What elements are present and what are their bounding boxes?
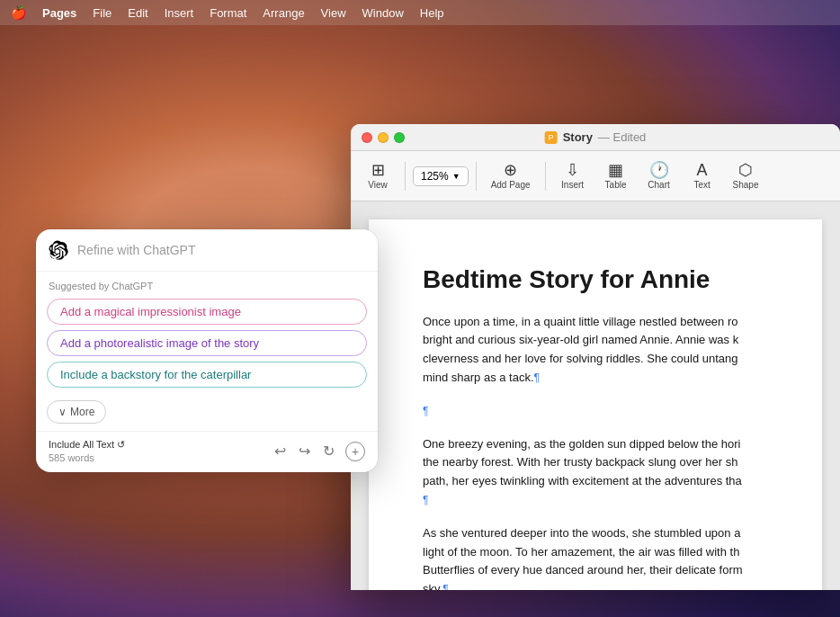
view-icon: ⊞	[371, 162, 385, 178]
document-content: Bedtime Story for Annie Once upon a time…	[351, 201, 840, 590]
menubar-insert[interactable]: Insert	[165, 6, 194, 20]
suggestions-label: Suggested by ChatGPT	[47, 281, 367, 291]
zoom-value: 125%	[421, 170, 449, 183]
text-button[interactable]: A Text	[683, 158, 722, 193]
apple-menu[interactable]: 🍎	[11, 5, 26, 20]
chart-icon: 🕐	[649, 162, 669, 178]
chatgpt-logo-icon	[49, 240, 68, 260]
refresh-button[interactable]: ↻	[321, 441, 336, 461]
toolbar-separator-1	[405, 162, 406, 191]
menubar-arrange[interactable]: Arrange	[263, 6, 304, 20]
chevron-down-icon: ∨	[58, 406, 67, 418]
view-label: View	[368, 180, 388, 190]
insert-label: Insert	[561, 180, 584, 190]
word-count: 585 words	[49, 452, 125, 463]
insert-icon: ⇩	[566, 162, 579, 178]
shape-icon: ⬡	[738, 162, 753, 178]
paragraph-3: As she ventured deeper into the woods, s…	[423, 524, 768, 590]
shape-label: Shape	[733, 180, 759, 190]
menubar-format[interactable]: Format	[210, 6, 246, 20]
add-button[interactable]: +	[345, 442, 365, 461]
document-icon: P	[545, 131, 558, 144]
zoom-chevron-icon: ▼	[452, 172, 460, 181]
suggestion-chip-1[interactable]: Add a photorealistic image of the story	[47, 330, 367, 356]
document-page: Bedtime Story for Annie Once upon a time…	[369, 219, 822, 590]
add-page-icon: ⊕	[504, 162, 517, 178]
window-title: P Story — Edited	[545, 130, 647, 144]
view-button[interactable]: ⊞ View	[358, 158, 398, 193]
redo-button[interactable]: ↪	[297, 441, 312, 461]
menubar-file[interactable]: File	[93, 6, 112, 20]
document-title: Bedtime Story for Annie	[423, 264, 768, 295]
chatgpt-input-area	[36, 229, 378, 272]
menubar-help[interactable]: Help	[420, 6, 444, 20]
chart-button[interactable]: 🕐 Chart	[639, 158, 679, 193]
toolbar-separator-2	[476, 162, 477, 191]
footer-actions: ↩ ↪ ↻ +	[273, 441, 365, 461]
menubar-window[interactable]: Window	[362, 6, 404, 20]
add-page-button[interactable]: ⊕ Add Page	[484, 158, 538, 193]
document-status: — Edited	[598, 130, 647, 144]
chatgpt-panel: Suggested by ChatGPT Add a magical impre…	[36, 229, 378, 472]
undo-button[interactable]: ↩	[273, 441, 288, 461]
close-button[interactable]	[362, 132, 372, 143]
pilcrow-1: ¶	[423, 402, 768, 421]
table-label: Table	[605, 180, 627, 190]
menubar: 🍎 Pages File Edit Insert Format Arrange …	[0, 0, 840, 25]
shape-button[interactable]: ⬡ Shape	[726, 158, 766, 193]
suggestions-section: Suggested by ChatGPT Add a magical impre…	[36, 272, 378, 398]
add-page-label: Add Page	[491, 180, 531, 190]
text-label: Text	[693, 180, 710, 190]
menubar-edit[interactable]: Edit	[128, 6, 147, 20]
more-label: More	[70, 406, 94, 418]
chart-label: Chart	[648, 180, 669, 190]
chatgpt-refine-input[interactable]	[77, 243, 365, 257]
menubar-view[interactable]: View	[321, 6, 346, 20]
window-titlebar: P Story — Edited	[351, 124, 840, 151]
text-icon: A	[697, 162, 708, 178]
more-suggestions-button[interactable]: ∨ More	[47, 400, 106, 424]
footer-info: Include All Text ↺ 585 words	[49, 439, 125, 463]
document-name: Story	[563, 130, 593, 144]
paragraph-2: One breezy evening, as the golden sun di…	[423, 435, 768, 510]
minimize-button[interactable]	[378, 132, 389, 143]
zoom-control[interactable]: 125% ▼	[413, 166, 469, 186]
insert-button[interactable]: ⇩ Insert	[553, 158, 593, 193]
fullscreen-button[interactable]	[394, 132, 405, 143]
menubar-pages[interactable]: Pages	[42, 6, 76, 20]
paragraph-1: Once upon a time, in a quaint little vil…	[423, 313, 768, 388]
table-button[interactable]: ▦ Table	[596, 158, 636, 193]
traffic-lights	[362, 132, 405, 143]
table-icon: ▦	[608, 162, 623, 178]
toolbar: ⊞ View 125% ▼ ⊕ Add Page ⇩ Insert ▦ Tabl…	[351, 151, 840, 201]
suggestion-chip-2[interactable]: Include a backstory for the caterpillar	[47, 362, 367, 388]
include-all-text[interactable]: Include All Text ↺	[49, 439, 125, 451]
suggestion-chip-0[interactable]: Add a magical impressionist image	[47, 299, 367, 325]
toolbar-separator-3	[545, 162, 546, 191]
panel-footer: Include All Text ↺ 585 words ↩ ↪ ↻ +	[36, 431, 378, 472]
pages-window: P Story — Edited ⊞ View 125% ▼ ⊕ Add Pag…	[351, 124, 840, 590]
